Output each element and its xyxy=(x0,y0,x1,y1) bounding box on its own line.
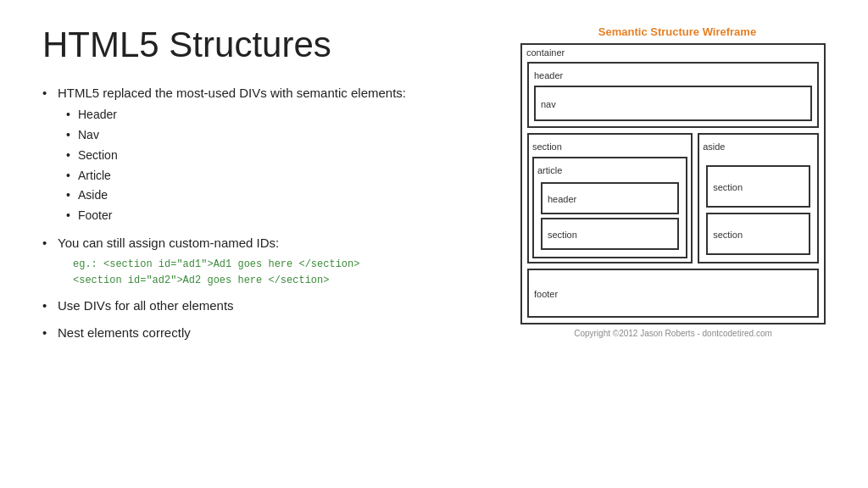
sub-list-1: Header Nav Section Article Aside Footer xyxy=(66,105,495,226)
sub-item-aside: Aside xyxy=(66,186,495,206)
aside-section2-label: section xyxy=(713,230,743,240)
sub-item-nav: Nav xyxy=(66,125,495,146)
nav-box: nav xyxy=(534,86,812,121)
wireframe-container: container header nav section article xyxy=(520,43,826,324)
copyright: Copyright ©2012 Jason Roberts - dontcode… xyxy=(520,329,826,338)
aside-section1-label: section xyxy=(713,182,743,192)
aside-box: aside section section xyxy=(698,133,819,263)
bullet-4-text: Nest elements correctly xyxy=(58,325,191,340)
middle-row: section article header section xyxy=(527,133,819,263)
inner-header-box: header xyxy=(541,182,679,214)
article-label: article xyxy=(537,165,562,175)
aside-label: aside xyxy=(703,141,725,152)
sub-item-section: Section xyxy=(66,146,495,166)
content-list: HTML5 replaced the most-used DIVs with s… xyxy=(42,83,495,350)
bullet-1: HTML5 replaced the most-used DIVs with s… xyxy=(42,83,495,226)
inner-header-label: header xyxy=(548,194,576,204)
left-panel: HTML5 Structures HTML5 replaced the most… xyxy=(42,25,495,471)
aside-section2-box: section xyxy=(706,213,810,255)
slide: HTML5 Structures HTML5 replaced the most… xyxy=(0,0,868,488)
aside-section1-box: section xyxy=(706,165,810,208)
inner-section-box: section xyxy=(541,218,679,250)
wireframe-title: Semantic Structure Wireframe xyxy=(520,25,834,38)
code-line-2: <section id="ad2">Ad2 goes here </sectio… xyxy=(73,273,495,289)
inner-section-label: section xyxy=(548,230,577,240)
container-label: container xyxy=(526,47,565,58)
nav-label: nav xyxy=(541,99,556,109)
bullet-2: You can still assign custom-named IDs: e… xyxy=(42,233,495,289)
code-line-1: eg.: <section id="ad1">Ad1 goes here </s… xyxy=(73,257,495,273)
sub-item-header: Header xyxy=(66,105,495,125)
bullet-3: Use DIVs for all other elements xyxy=(42,296,495,316)
right-panel: Semantic Structure Wireframe container h… xyxy=(520,25,834,471)
sub-item-article: Article xyxy=(66,166,495,186)
bullet-1-text: HTML5 replaced the most-used DIVs with s… xyxy=(58,86,406,100)
sub-item-footer: Footer xyxy=(66,206,495,226)
header-box: header nav xyxy=(527,62,819,128)
article-box: article header section xyxy=(532,157,687,258)
bullet-2-text: You can still assign custom-named IDs: xyxy=(58,236,279,250)
footer-label: footer xyxy=(534,289,558,299)
section-box: section article header section xyxy=(527,133,693,263)
section-label: section xyxy=(532,141,562,152)
slide-title: HTML5 Structures xyxy=(42,25,495,64)
bullet-3-text: Use DIVs for all other elements xyxy=(58,298,234,313)
footer-box: footer xyxy=(527,269,819,318)
header-label: header xyxy=(534,70,563,80)
bullet-4: Nest elements correctly xyxy=(42,323,495,343)
code-example: eg.: <section id="ad1">Ad1 goes here </s… xyxy=(73,257,495,289)
